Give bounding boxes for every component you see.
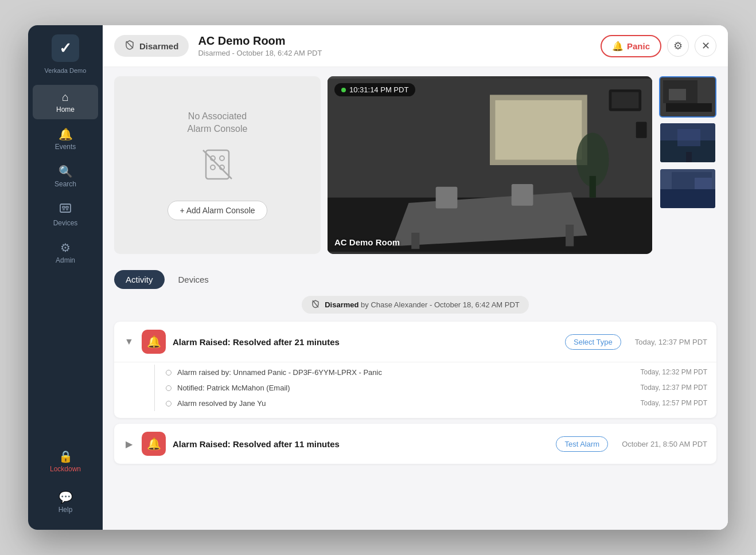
camera-thumbnails	[659, 76, 716, 254]
tab-devices[interactable]: Devices	[167, 270, 220, 289]
detail-dot-1-0	[166, 370, 172, 376]
svg-rect-23	[590, 176, 596, 198]
logo: ✓	[52, 34, 79, 62]
thumbnail-3[interactable]	[659, 168, 716, 209]
sidebar-item-devices[interactable]: Devices	[33, 196, 98, 233]
alarm-title-1: Alarm Raised: Resolved after 21 minutes	[173, 337, 558, 347]
disarmed-shield-icon	[311, 299, 320, 310]
svg-rect-2	[66, 206, 68, 208]
admin-icon: ⚙	[60, 241, 71, 255]
alarm-card-2: ▶ 🔔 Alarm Raised: Resolved after 11 minu…	[114, 424, 716, 464]
svg-line-11	[203, 150, 232, 179]
svg-point-8	[220, 156, 224, 161]
sidebar-item-events[interactable]: 🔔 Events	[33, 122, 98, 157]
settings-icon: ⚙	[673, 40, 683, 52]
svg-rect-0	[60, 204, 71, 212]
detail-text-1-1: Notified: Patrick McMahon (Email)	[177, 384, 635, 392]
svg-rect-21	[512, 184, 533, 206]
alarm-title-2: Alarm Raised: Resolved after 11 minutes	[173, 439, 549, 449]
page-subtitle: Disarmed - October 18, 6:42 AM PDT	[198, 49, 591, 57]
alarm-header-2: ▶ 🔔 Alarm Raised: Resolved after 11 minu…	[114, 424, 716, 464]
detail-row-1-0: Alarm raised by: Unnamed Panic - DP3F-6Y…	[166, 365, 707, 380]
svg-rect-29	[666, 103, 712, 112]
detail-row-1-1: Notified: Patrick McMahon (Email) Today,…	[166, 380, 707, 396]
alarm-expand-2[interactable]: ▶	[123, 439, 135, 450]
camera-label: AC Demo Room	[334, 237, 400, 247]
svg-rect-34	[686, 152, 692, 163]
add-alarm-console-button[interactable]: + Add Alarm Console	[167, 201, 267, 220]
panic-label: Panic	[627, 41, 650, 51]
svg-rect-30	[669, 89, 686, 100]
svg-rect-16	[495, 100, 582, 160]
detail-text-1-0: Alarm raised by: Unnamed Panic - DP3F-6Y…	[177, 368, 635, 377]
panic-button[interactable]: 🔔 Panic	[601, 35, 661, 57]
settings-button[interactable]: ⚙	[667, 35, 689, 57]
close-button[interactable]: ✕	[695, 35, 716, 57]
no-console-panel: No AssociatedAlarm Console + Add Alarm C…	[114, 76, 321, 254]
detail-row-1-2: Alarm resolved by Jane Yu Today, 12:57 P…	[166, 396, 707, 411]
svg-rect-1	[63, 206, 65, 208]
no-console-title: No AssociatedAlarm Console	[188, 110, 248, 136]
thumb-bg-3	[660, 169, 715, 208]
sidebar-label-admin: Admin	[56, 256, 75, 264]
select-type-button-1[interactable]: Select Type	[565, 334, 621, 350]
no-console-icon	[197, 144, 237, 191]
detail-text-1-2: Alarm resolved by Jane Yu	[177, 399, 635, 408]
sidebar-item-admin[interactable]: ⚙ Admin	[33, 235, 98, 270]
detail-time-1-1: Today, 12:37 PM PDT	[641, 384, 708, 392]
sidebar-label-lockdown: Lockdown	[50, 465, 81, 473]
alarm-header-1: ▼ 🔔 Alarm Raised: Resolved after 21 minu…	[114, 322, 716, 362]
sidebar-label-search: Search	[54, 180, 76, 188]
sidebar: ✓ Verkada Demo ⌂ Home 🔔 Events 🔍 Search	[28, 25, 103, 530]
thumb-bg-2	[660, 123, 715, 162]
sidebar-label-help: Help	[59, 506, 73, 514]
live-dot	[341, 88, 346, 92]
main-camera-feed: 10:31:14 PM PDT AC Demo Room	[328, 76, 652, 254]
thumbnail-1[interactable]	[659, 76, 716, 118]
logo-checkmark: ✓	[59, 40, 72, 57]
alarm-icon-1: 🔔	[142, 330, 166, 354]
page-header: Disarmed AC Demo Room Disarmed - October…	[103, 25, 728, 67]
svg-rect-18	[411, 233, 419, 249]
sidebar-item-help[interactable]: 💬 Help	[33, 484, 98, 519]
detail-dot-1-2	[166, 401, 172, 407]
svg-point-9	[211, 165, 215, 170]
alarm-expand-1[interactable]: ▼	[123, 337, 135, 347]
disarmed-pill-text: Disarmed by Chase Alexander - October 18…	[325, 300, 520, 309]
sidebar-item-search[interactable]: 🔍 Search	[33, 159, 98, 194]
help-icon: 💬	[59, 490, 73, 504]
alarm-bell-icon-2: 🔔	[147, 437, 161, 451]
alarm-icon-2: 🔔	[142, 432, 166, 456]
svg-rect-19	[566, 225, 574, 247]
disarmed-badge-row: Disarmed by Chase Alexander - October 18…	[114, 296, 716, 314]
home-icon: ⌂	[62, 91, 69, 104]
svg-rect-20	[436, 187, 458, 209]
header-title-block: AC Demo Room Disarmed - October 18, 6:42…	[198, 34, 591, 57]
disarmed-activity-pill: Disarmed by Chase Alexander - October 18…	[302, 296, 529, 314]
panic-bell-icon: 🔔	[612, 41, 623, 52]
alarm-card-1: ▼ 🔔 Alarm Raised: Resolved after 21 minu…	[114, 322, 716, 418]
svg-rect-38	[695, 178, 712, 189]
alarm-time-2: October 21, 8:50 AM PDT	[622, 440, 707, 448]
thumb-bg-1	[660, 77, 715, 116]
header-actions: 🔔 Panic ⚙ ✕	[601, 35, 716, 57]
close-icon: ✕	[702, 40, 710, 52]
status-badge[interactable]: Disarmed	[114, 35, 189, 57]
tab-activity[interactable]: Activity	[114, 270, 165, 289]
sidebar-item-home[interactable]: ⌂ Home	[33, 85, 98, 119]
detail-time-1-2: Today, 12:57 PM PDT	[641, 399, 708, 407]
content-area: No AssociatedAlarm Console + Add Alarm C…	[103, 67, 728, 530]
status-label: Disarmed	[139, 41, 178, 51]
alarm-time-1: Today, 12:37 PM PDT	[635, 338, 707, 346]
detail-time-1-0: Today, 12:32 PM PDT	[641, 368, 708, 376]
thumbnail-2[interactable]	[659, 122, 716, 163]
test-alarm-button-2[interactable]: Test Alarm	[556, 436, 608, 452]
svg-rect-37	[660, 189, 716, 209]
events-icon: 🔔	[59, 127, 73, 141]
svg-rect-4	[66, 209, 68, 210]
svg-rect-26	[636, 122, 647, 138]
shield-icon	[124, 40, 135, 52]
sidebar-item-lockdown[interactable]: 🔒 Lockdown	[33, 444, 98, 479]
search-icon: 🔍	[59, 165, 73, 178]
devices-icon	[59, 202, 72, 217]
